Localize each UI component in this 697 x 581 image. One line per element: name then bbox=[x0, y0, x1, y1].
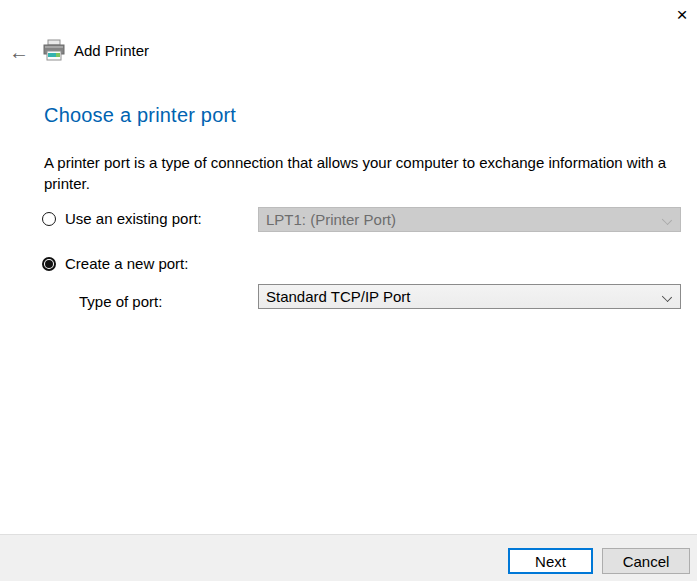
add-printer-wizard-window: × ← Add Printer Choose a printer port A … bbox=[0, 0, 697, 581]
cancel-button[interactable]: Cancel bbox=[602, 548, 690, 574]
existing-port-radio[interactable] bbox=[42, 212, 56, 226]
printer-icon bbox=[42, 38, 66, 62]
page-title: Choose a printer port bbox=[44, 104, 236, 127]
wizard-header: Add Printer bbox=[42, 38, 149, 62]
new-port-option[interactable]: Create a new port: bbox=[42, 255, 188, 272]
existing-port-value: LPT1: (Printer Port) bbox=[266, 211, 396, 228]
existing-port-option[interactable]: Use an existing port: bbox=[42, 210, 202, 227]
back-arrow-icon[interactable]: ← bbox=[6, 40, 32, 64]
existing-port-label[interactable]: Use an existing port: bbox=[65, 210, 202, 227]
new-port-label[interactable]: Create a new port: bbox=[65, 255, 188, 272]
description-text: A printer port is a type of connection t… bbox=[44, 152, 670, 194]
next-button[interactable]: Next bbox=[508, 548, 593, 574]
chevron-down-icon bbox=[663, 293, 671, 301]
close-icon[interactable]: × bbox=[669, 2, 695, 26]
port-type-value: Standard TCP/IP Port bbox=[266, 288, 411, 305]
existing-port-select: LPT1: (Printer Port) bbox=[258, 207, 681, 232]
port-type-label: Type of port: bbox=[79, 293, 162, 310]
new-port-radio[interactable] bbox=[42, 257, 56, 271]
chevron-down-icon bbox=[663, 216, 671, 224]
wizard-title: Add Printer bbox=[74, 42, 149, 59]
port-type-select[interactable]: Standard TCP/IP Port bbox=[258, 284, 681, 309]
